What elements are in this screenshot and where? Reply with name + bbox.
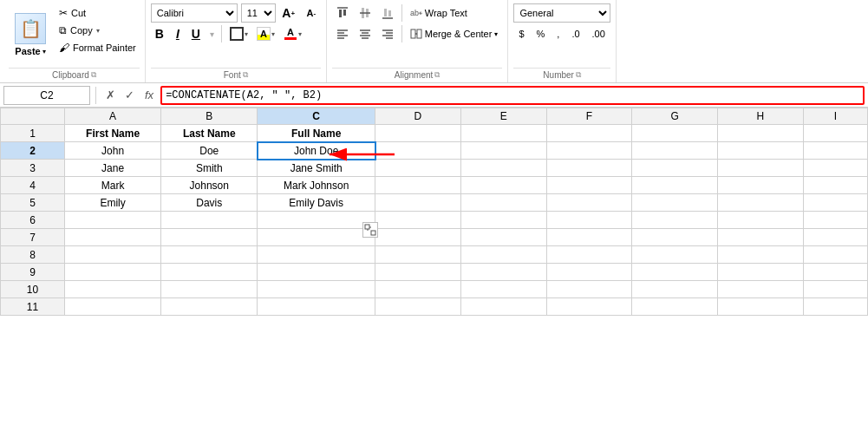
row-header-8[interactable]: 8	[1, 246, 65, 264]
cell-10-H[interactable]	[718, 281, 804, 298]
cell-3-G[interactable]	[632, 160, 718, 177]
cell-4-A[interactable]: Mark	[65, 177, 161, 194]
fill-color-button[interactable]: A ▾	[254, 24, 277, 43]
cell-11-D[interactable]	[375, 298, 461, 316]
cell-2-H[interactable]	[718, 142, 804, 160]
cell-5-D[interactable]	[375, 194, 461, 212]
cell-1-F[interactable]	[546, 125, 632, 142]
font-color-button[interactable]: A ▾	[281, 24, 304, 43]
cell-8-A[interactable]	[65, 246, 161, 264]
cell-7-D[interactable]	[375, 229, 461, 246]
cell-2-B[interactable]: Doe	[161, 142, 258, 160]
decrease-decimal-button[interactable]: .00	[587, 24, 610, 43]
cell-4-D[interactable]	[375, 177, 461, 194]
cell-11-C[interactable]	[258, 298, 375, 316]
wrap-text-button[interactable]: ab↵ Wrap Text	[406, 3, 472, 23]
cell-1-I[interactable]	[803, 125, 867, 142]
cancel-button[interactable]: ✗	[101, 87, 119, 104]
cell-8-F[interactable]	[546, 246, 632, 264]
cell-2-G[interactable]	[632, 142, 718, 160]
col-header-g[interactable]: G	[632, 108, 718, 125]
cell-2-I[interactable]	[803, 142, 867, 160]
cell-10-D[interactable]	[375, 281, 461, 298]
cell-5-C[interactable]: Emily Davis	[258, 194, 375, 212]
cell-4-H[interactable]	[718, 177, 804, 194]
col-header-d[interactable]: D	[375, 108, 461, 125]
number-format-select[interactable]: General	[513, 3, 610, 23]
cell-6-D[interactable]	[375, 212, 461, 229]
copy-button[interactable]: ⧉ Copy ▾	[55, 23, 140, 38]
cell-9-B[interactable]	[161, 264, 258, 281]
row-header-6[interactable]: 6	[1, 212, 65, 229]
col-header-c[interactable]: C	[258, 108, 375, 125]
cell-10-G[interactable]	[632, 281, 718, 298]
cell-5-G[interactable]	[632, 194, 718, 212]
confirm-button[interactable]: ✓	[121, 87, 138, 104]
alignment-expand-icon[interactable]: ⧉	[434, 70, 440, 80]
name-box[interactable]	[3, 86, 90, 105]
cell-4-C[interactable]: Mark Johnson	[258, 177, 375, 194]
cell-1-C[interactable]: Full Name	[258, 125, 375, 142]
row-header-3[interactable]: 3	[1, 160, 65, 177]
font-family-select[interactable]: Calibri	[151, 3, 238, 23]
number-expand-icon[interactable]: ⧉	[576, 70, 581, 80]
cell-8-B[interactable]	[161, 246, 258, 264]
cell-7-C[interactable]	[258, 229, 375, 246]
merge-center-button[interactable]: Merge & Center ▾	[406, 24, 503, 43]
cell-6-B[interactable]	[161, 212, 258, 229]
cell-5-H[interactable]	[718, 194, 804, 212]
cell-8-H[interactable]	[718, 246, 804, 264]
cell-4-I[interactable]	[803, 177, 867, 194]
cell-9-G[interactable]	[632, 264, 718, 281]
col-header-a[interactable]: A	[65, 108, 161, 125]
font-size-select[interactable]: 11	[241, 3, 276, 23]
clipboard-expand-icon[interactable]: ⧉	[91, 70, 96, 80]
cell-9-I[interactable]	[803, 264, 867, 281]
col-header-i[interactable]: I	[803, 108, 867, 125]
align-center-button[interactable]	[355, 24, 375, 43]
currency-button[interactable]: $	[513, 24, 529, 43]
align-right-button[interactable]	[377, 24, 398, 43]
align-left-button[interactable]	[332, 24, 353, 43]
cell-6-C[interactable]	[258, 212, 375, 229]
paste-button[interactable]: 📋 Paste ▾	[9, 3, 52, 66]
cell-1-H[interactable]	[718, 125, 804, 142]
cell-3-B[interactable]: Smith	[161, 160, 258, 177]
cell-4-B[interactable]: Johnson	[161, 177, 258, 194]
cell-7-B[interactable]	[161, 229, 258, 246]
cell-4-G[interactable]	[632, 177, 718, 194]
cell-3-C[interactable]: Jane Smith	[258, 160, 375, 177]
row-header-2[interactable]: 2	[1, 142, 65, 160]
cell-8-C[interactable]	[258, 246, 375, 264]
row-header-4[interactable]: 4	[1, 177, 65, 194]
cell-3-F[interactable]	[546, 160, 632, 177]
cell-1-A[interactable]: First Name	[65, 125, 161, 142]
cell-6-G[interactable]	[632, 212, 718, 229]
cell-7-G[interactable]	[632, 229, 718, 246]
cell-2-E[interactable]	[460, 142, 546, 160]
format-painter-button[interactable]: 🖌 Format Painter	[55, 40, 140, 56]
cell-6-I[interactable]	[803, 212, 867, 229]
cell-3-I[interactable]	[803, 160, 867, 177]
cell-3-H[interactable]	[718, 160, 804, 177]
cell-4-F[interactable]	[546, 177, 632, 194]
bold-button[interactable]: B	[151, 24, 168, 43]
percent-button[interactable]: %	[532, 24, 551, 43]
cell-5-I[interactable]	[803, 194, 867, 212]
row-header-7[interactable]: 7	[1, 229, 65, 246]
cell-10-C[interactable]	[258, 281, 375, 298]
borders-button[interactable]: ▾	[227, 24, 251, 43]
col-header-e[interactable]: E	[460, 108, 546, 125]
underline-button[interactable]: U	[187, 24, 205, 43]
cell-11-F[interactable]	[546, 298, 632, 316]
row-header-10[interactable]: 10	[1, 281, 65, 298]
cell-8-I[interactable]	[803, 246, 867, 264]
cell-6-F[interactable]	[546, 212, 632, 229]
cell-11-A[interactable]	[65, 298, 161, 316]
middle-align-button[interactable]	[355, 3, 375, 23]
bottom-align-button[interactable]	[377, 3, 398, 23]
row-header-9[interactable]: 9	[1, 264, 65, 281]
cell-2-C[interactable]: John Doe	[258, 142, 375, 160]
cell-10-B[interactable]	[161, 281, 258, 298]
cell-7-I[interactable]	[803, 229, 867, 246]
